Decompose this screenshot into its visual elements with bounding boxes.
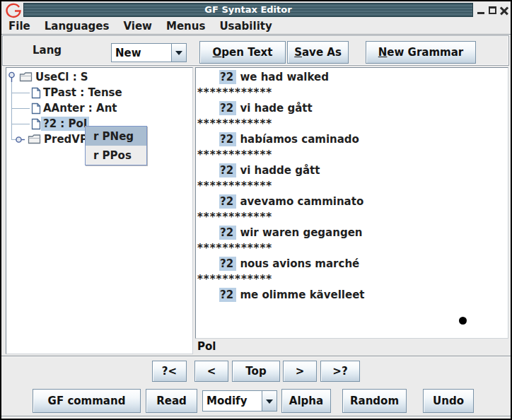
focus-highlight[interactable]: ?2 [219, 226, 236, 240]
next-question-button[interactable]: >? [320, 361, 360, 382]
close-button[interactable] [499, 5, 509, 16]
minimize-button[interactable] [475, 5, 486, 16]
modify-combobox-value: Modify [203, 391, 262, 411]
menu-languages[interactable]: Languages [43, 19, 111, 33]
menu-menus[interactable]: Menus [165, 19, 206, 33]
application-window: GF Syntax Editor File Languages View Men… [0, 0, 512, 420]
combo-arrow-button[interactable] [171, 44, 186, 62]
output-sentence-fi: ?2 me olimme kävelleet [196, 287, 508, 303]
popup-item-pneg[interactable]: r PNeg [86, 127, 146, 146]
menu-bar: File Languages View Menus Usability [7, 18, 285, 34]
title-bar[interactable]: GF Syntax Editor [23, 3, 473, 17]
focus-highlight[interactable]: ?2 [219, 163, 236, 177]
output-sentence-sv: ?2 vi hade gått [196, 100, 508, 116]
output-sentence-it: ?2 avevamo camminato [196, 194, 508, 209]
tree-node-label[interactable]: TPast : Tense [41, 86, 124, 100]
gf-logo-icon [4, 2, 23, 19]
document-icon [31, 118, 41, 130]
tree-connector [11, 81, 12, 139]
undo-button[interactable]: Undo [423, 389, 474, 413]
document-icon [31, 103, 41, 115]
tree-node-tpast[interactable]: TPast : Tense [31, 85, 124, 100]
status-type-label: Pol [197, 340, 216, 353]
output-sentence-de: ?2 wir waren gegangen [196, 225, 508, 240]
syntax-tree-panel: UseCl : S TPast : Tense AAnter : Ant ?2 … [6, 67, 193, 354]
tree-connector [11, 124, 30, 124]
output-sentence-no: ?2 vi hadde gått [196, 163, 508, 178]
prev-button[interactable]: < [194, 361, 228, 382]
popup-item-ppos[interactable]: r PPos [86, 146, 146, 165]
focus-highlight[interactable]: ?2 [219, 101, 236, 115]
maximize-icon [489, 6, 496, 14]
next-button[interactable]: > [283, 361, 317, 382]
output-divider: ************ [196, 178, 508, 194]
tree-node-label-selected[interactable]: ?2 : Pol [41, 117, 89, 131]
close-icon [500, 6, 508, 15]
output-divider: ************ [196, 85, 508, 100]
prev-question-button[interactable]: ?< [152, 361, 187, 382]
content-separator [1, 356, 511, 357]
read-button[interactable]: Read [146, 389, 197, 413]
refinement-popup-menu: r PNeg r PPos [85, 126, 147, 165]
tree-node-label[interactable]: UseCl : S [33, 70, 91, 84]
random-button[interactable]: Random [342, 389, 407, 413]
tree-node-q2-pol[interactable]: ?2 : Pol [31, 116, 89, 132]
language-combobox[interactable]: New [111, 43, 187, 62]
output-divider: ************ [196, 272, 508, 287]
focus-highlight[interactable]: ?2 [219, 132, 236, 146]
focus-highlight[interactable]: ?2 [219, 70, 236, 84]
combo-arrow-button[interactable] [262, 391, 277, 411]
language-combobox-value: New [112, 44, 171, 62]
open-text-button[interactable]: Open Text [199, 41, 286, 64]
menu-usability[interactable]: Usability [218, 19, 273, 33]
tree-connector [11, 93, 30, 93]
document-icon [31, 87, 41, 99]
cursor-dot [459, 317, 467, 325]
maximize-button[interactable] [487, 5, 498, 16]
bottom-separator [1, 416, 511, 417]
chevron-down-icon [175, 51, 182, 59]
output-divider: ************ [196, 209, 508, 225]
alpha-button[interactable]: Alpha [281, 389, 331, 413]
focus-highlight[interactable]: ?2 [219, 288, 236, 302]
output-sentence-fr: ?2 nous avions marché [196, 256, 508, 272]
modify-combobox[interactable]: Modify [202, 390, 277, 412]
focus-highlight[interactable]: ?2 [219, 257, 236, 271]
tree-node-predvp[interactable]: PredVP [16, 132, 90, 147]
tree-node-label[interactable]: PredVP [42, 132, 90, 146]
window-title: GF Syntax Editor [204, 4, 291, 15]
folder-icon [28, 134, 42, 145]
output-sentence-en: ?2 we had walked [196, 69, 508, 85]
output-sentence-es: ?2 habíamos caminado [196, 132, 508, 147]
top-button[interactable]: Top [232, 361, 280, 382]
output-divider: ************ [196, 116, 508, 132]
tree-node-usecl[interactable]: UseCl : S [7, 69, 91, 85]
tree-node-aanter[interactable]: AAnter : Ant [31, 100, 120, 116]
gf-command-button[interactable]: GF command [33, 389, 141, 413]
chevron-down-icon [266, 399, 273, 407]
menu-file[interactable]: File [7, 19, 32, 33]
focus-highlight[interactable]: ?2 [219, 194, 236, 209]
menu-view[interactable]: View [122, 19, 153, 33]
new-grammar-button[interactable]: New Grammar [366, 41, 476, 64]
tree-expanded-handle-icon[interactable] [7, 71, 16, 83]
output-divider: ************ [196, 147, 508, 163]
tree-collapsed-handle-icon[interactable] [16, 135, 25, 144]
output-divider: ************ [196, 240, 508, 256]
folder-icon [19, 71, 33, 83]
tree-connector [11, 108, 30, 109]
save-as-button[interactable]: Save As [287, 41, 349, 64]
minimize-icon [477, 12, 484, 14]
lang-label: Lang [33, 44, 62, 57]
tree-node-label[interactable]: AAnter : Ant [41, 101, 120, 115]
linearization-output-panel[interactable]: ?2 we had walked ************ ?2 vi hade… [195, 67, 508, 339]
